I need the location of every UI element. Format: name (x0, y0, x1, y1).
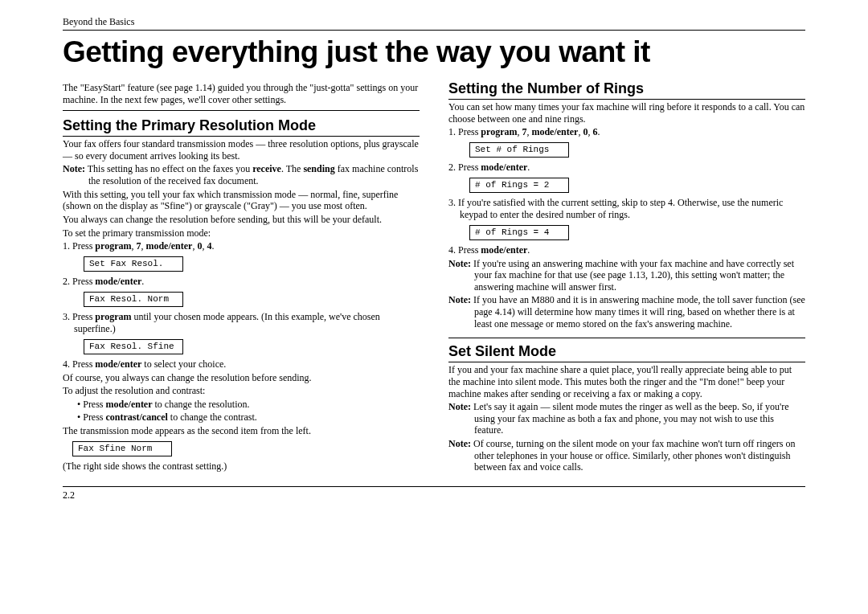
bullet-item: • Press mode/enter to change the resolut… (85, 399, 420, 411)
body-text: Of course, you always can change the res… (63, 372, 420, 384)
body-text: You always can change the resolution bef… (63, 214, 420, 226)
body-text: (The right side shows the contrast setti… (63, 460, 420, 473)
note-text: Note: If you're using an answering machi… (474, 258, 805, 293)
page-number: 2.2 (63, 486, 805, 501)
note-label: Note: (448, 401, 471, 412)
step: 2. Press mode/enter. (74, 276, 420, 288)
body-text: If you and your fax machine share a quie… (448, 364, 805, 399)
note-label: Note: (448, 258, 471, 269)
step: 1. Press program, 7, mode/enter, 0, 4. (74, 240, 420, 252)
body-text: Your fax offers four standard transmissi… (63, 138, 420, 162)
body-text: You can set how many times your fax mach… (448, 101, 805, 125)
step: 2. Press mode/enter. (460, 162, 805, 174)
step: 3. If you're satisfied with the current … (460, 197, 805, 220)
body-text: To set the primary transmission mode: (63, 227, 420, 239)
note-text: Note: If you have an M880 and it is in a… (474, 294, 805, 330)
right-column: Setting the Number of Rings You can set … (448, 80, 805, 475)
step: 4. Press mode/enter. (460, 244, 805, 256)
note-label: Note: (448, 294, 471, 305)
section-rings: Setting the Number of Rings (448, 80, 805, 100)
lcd-display: Fax Resol. Norm (84, 292, 183, 307)
lcd-display: Fax Resol. Sfine (84, 339, 183, 354)
lcd-display: Fax Sfine Norm (72, 441, 172, 456)
divider (448, 338, 805, 338)
left-column: The "EasyStart" feature (see page 1.14) … (63, 80, 420, 475)
step: 1. Press program, 7, mode/enter, 0, 6. (460, 126, 805, 138)
bullet-item: • Press contrast/cancel to change the co… (85, 411, 420, 424)
running-header: Beyond the Basics (63, 16, 805, 31)
note-label: Note: (448, 438, 471, 449)
section-silent: Set Silent Mode (448, 343, 805, 362)
page-title: Getting everything just the way you want… (63, 35, 805, 69)
lcd-display: # of Rings = 4 (469, 225, 569, 240)
intro-text: The "EasyStart" feature (see page 1.14) … (63, 82, 420, 105)
body-text: With this setting, you tell your fax whi… (63, 189, 420, 212)
note-label: Note: (63, 163, 85, 174)
section-resolution: Setting the Primary Resolution Mode (63, 117, 420, 137)
step: 3. Press program until your chosen mode … (74, 311, 420, 334)
body-text: To adjust the resolution and contrast: (63, 385, 420, 397)
lcd-display: Set # of Rings (469, 142, 569, 158)
body-text: The transmission mode appears as the sec… (63, 425, 420, 437)
note-text: Note: This setting has no effect on the … (88, 163, 420, 186)
step: 4. Press mode/enter to select your choic… (74, 358, 420, 370)
note-text: Note: Let's say it again — silent mode m… (474, 401, 805, 436)
lcd-display: # of Rings = 2 (469, 178, 569, 193)
lcd-display: Set Fax Resol. (84, 256, 183, 272)
note-text: Note: Of course, turning on the silent m… (474, 438, 805, 473)
